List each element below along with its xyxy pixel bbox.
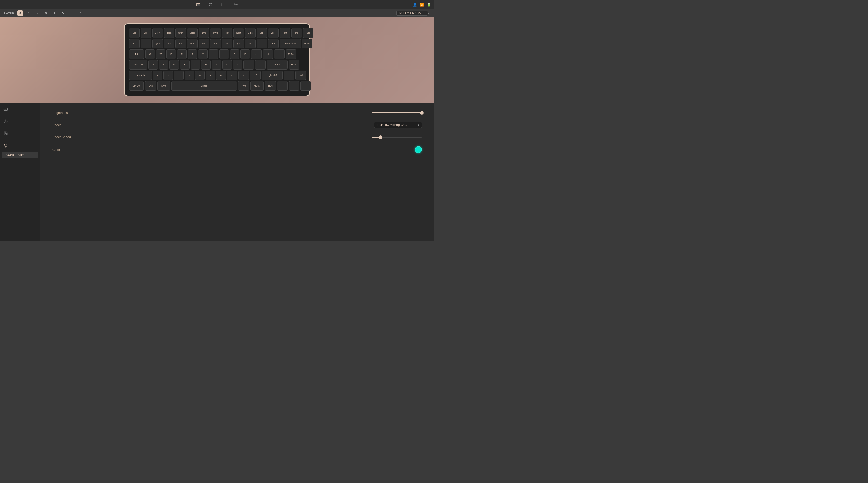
key-rbracket[interactable]: } ]	[262, 49, 273, 59]
key-h[interactable]: H	[201, 60, 211, 69]
keyboard-small-side-icon[interactable]	[2, 106, 9, 113]
dial-nav-icon[interactable]	[208, 2, 214, 7]
key-9[interactable]: ( 9	[234, 39, 244, 48]
key-v[interactable]: V	[185, 70, 194, 80]
effect-dropdown-wrap[interactable]: Rainbow Moving Ch... Static Breathing Wa…	[374, 122, 422, 128]
key-k[interactable]: K	[222, 60, 232, 69]
key-g[interactable]: G	[191, 60, 200, 69]
color-picker[interactable]	[415, 146, 422, 153]
key-down[interactable]: ↓	[289, 81, 299, 91]
key-minus[interactable]: _ -	[256, 39, 267, 48]
key-ins[interactable]: Ins	[291, 28, 302, 38]
key-left[interactable]: ←	[277, 81, 288, 91]
layer-4[interactable]: 4	[52, 10, 57, 16]
key-enter[interactable]: Enter	[267, 60, 288, 69]
key-end[interactable]: End	[295, 70, 306, 80]
key-dnt[interactable]: Dnt	[198, 28, 209, 38]
key-w[interactable]: W	[156, 49, 165, 59]
key-scr-minus[interactable]: Scr -	[141, 28, 151, 38]
key-right[interactable]: →	[300, 81, 311, 91]
effect-select[interactable]: Rainbow Moving Ch... Static Breathing Wa…	[374, 122, 422, 128]
keyboard-nav-icon[interactable]	[195, 2, 201, 7]
key-8[interactable]: * 8	[222, 39, 232, 48]
key-voice[interactable]: Voice	[187, 28, 197, 38]
layer-3[interactable]: 3	[43, 10, 49, 16]
key-e[interactable]: E	[166, 49, 176, 59]
key-lbracket[interactable]: { [	[251, 49, 261, 59]
effect-speed-slider[interactable]	[372, 137, 422, 138]
key-comma[interactable]: < ,	[227, 70, 238, 80]
key-r[interactable]: R	[177, 49, 187, 59]
clock-side-icon[interactable]	[2, 118, 9, 125]
key-quote[interactable]: " '	[255, 60, 266, 69]
macro-nav-icon[interactable]	[220, 2, 226, 7]
key-equals[interactable]: + =	[268, 39, 279, 48]
key-play[interactable]: Play	[222, 28, 232, 38]
key-up[interactable]: ↑	[284, 70, 294, 80]
key-backslash[interactable]: | \	[274, 49, 285, 59]
key-y[interactable]: Y	[198, 49, 208, 59]
key-rshift[interactable]: Right Shift	[261, 70, 283, 80]
key-mo1[interactable]: MO(1)	[250, 81, 264, 91]
key-prnt[interactable]: Prnt	[280, 28, 290, 38]
key-semicolon[interactable]: : ;	[243, 60, 254, 69]
key-4[interactable]: $ 4	[176, 39, 186, 48]
key-tilde[interactable]: ~ `	[129, 39, 140, 48]
key-m[interactable]: M	[216, 70, 226, 80]
key-s[interactable]: S	[159, 60, 168, 69]
key-rwin[interactable]: RWin	[238, 81, 249, 91]
key-esc[interactable]: Esc	[129, 28, 140, 38]
key-vol-plus[interactable]: Vol +	[268, 28, 279, 38]
key-slash[interactable]: ? /	[250, 70, 260, 80]
key-pgup[interactable]: PgUp	[302, 39, 312, 48]
device-select[interactable]: NUPHY AIR75 V2	[397, 10, 428, 16]
key-f[interactable]: F	[180, 60, 190, 69]
key-rctl[interactable]: RCtl	[265, 81, 276, 91]
key-vol-minus[interactable]: Vol -	[256, 28, 267, 38]
key-j[interactable]: J	[212, 60, 221, 69]
key-prvs[interactable]: Prvs	[210, 28, 221, 38]
brightness-slider[interactable]	[372, 112, 422, 113]
key-5[interactable]: % 5	[187, 39, 197, 48]
key-lwin[interactable]: LWin	[157, 81, 170, 91]
settings-nav-icon[interactable]	[233, 2, 239, 7]
key-pgdn[interactable]: PgDn	[286, 49, 296, 59]
key-1[interactable]: ! 1	[141, 39, 151, 48]
key-t[interactable]: T	[188, 49, 197, 59]
key-l[interactable]: L	[233, 60, 242, 69]
key-x[interactable]: X	[163, 70, 173, 80]
key-u[interactable]: U	[209, 49, 218, 59]
layer-0[interactable]: 0	[18, 10, 23, 16]
key-srch[interactable]: Srch	[176, 28, 186, 38]
key-period[interactable]: > .	[239, 70, 249, 80]
key-next[interactable]: Next	[234, 28, 244, 38]
save-side-icon[interactable]	[2, 130, 9, 137]
key-6[interactable]: ^ 6	[198, 39, 209, 48]
key-lalt[interactable]: LAlt	[145, 81, 156, 91]
key-n[interactable]: N	[206, 70, 215, 80]
key-p[interactable]: P	[240, 49, 250, 59]
key-0[interactable]: ) 0	[245, 39, 255, 48]
bulb-side-icon[interactable]	[2, 142, 9, 149]
key-3[interactable]: # 3	[164, 39, 175, 48]
key-capslock[interactable]: Caps Lock	[129, 60, 147, 69]
key-2[interactable]: @ 2	[152, 39, 163, 48]
key-i[interactable]: I	[219, 49, 229, 59]
key-d[interactable]: D	[169, 60, 179, 69]
key-scr-plus[interactable]: Scr +	[152, 28, 163, 38]
key-lctrl[interactable]: Left Ctrl	[129, 81, 144, 91]
key-o[interactable]: O	[230, 49, 239, 59]
key-space[interactable]: Space	[172, 81, 237, 91]
layer-5[interactable]: 5	[60, 10, 66, 16]
key-a[interactable]: A	[148, 60, 158, 69]
layer-7[interactable]: 7	[77, 10, 83, 16]
key-task[interactable]: Task	[164, 28, 175, 38]
backlight-tab[interactable]: BACKLIGHT	[2, 152, 38, 158]
key-del[interactable]: Del	[303, 28, 313, 38]
key-z[interactable]: Z	[153, 70, 162, 80]
key-7[interactable]: & 7	[210, 39, 221, 48]
key-tab[interactable]: Tab	[129, 49, 144, 59]
layer-2[interactable]: 2	[34, 10, 40, 16]
key-home[interactable]: Home	[289, 60, 299, 69]
key-lshift[interactable]: Left Shift	[129, 70, 152, 80]
